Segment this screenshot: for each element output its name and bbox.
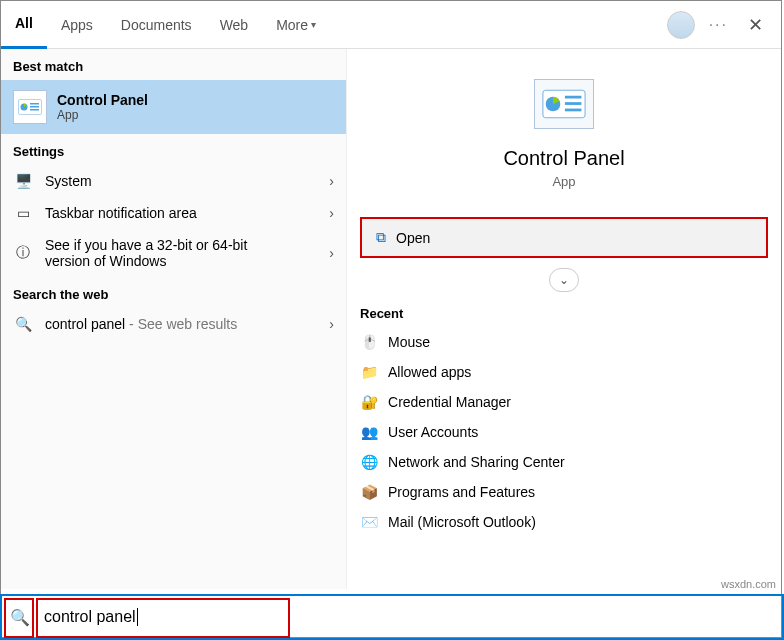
svg-rect-4 [30,109,39,111]
best-match-title: Control Panel [57,92,148,108]
preview-title: Control Panel [503,147,624,170]
search-bar[interactable]: 🔍 control panel [0,594,784,640]
credential-icon: 🔐 [360,393,378,411]
recent-item[interactable]: 🌐Network and Sharing Center [360,447,768,477]
more-options-icon[interactable]: ··· [703,16,734,34]
recent-item[interactable]: ✉️Mail (Microsoft Outlook) [360,507,768,537]
user-avatar[interactable] [667,11,695,39]
settings-heading: Settings [1,134,346,165]
web-query: control panel [45,316,125,332]
tab-documents[interactable]: Documents [107,1,206,49]
svg-rect-2 [30,103,39,105]
search-web-item[interactable]: 🔍 control panel - See web results › [1,308,346,340]
search-icon: 🔍 [10,608,30,627]
svg-rect-8 [565,102,582,105]
settings-item-system[interactable]: 🖥️ System › [1,165,346,197]
svg-rect-7 [565,96,582,99]
watermark: wsxdn.com [721,578,776,590]
expand-icon[interactable]: ⌄ [549,268,579,292]
preview-subtitle: App [552,174,575,189]
recent-item[interactable]: 🖱️Mouse [360,327,768,357]
search-input[interactable]: control panel [44,608,138,627]
recent-item[interactable]: 📦Programs and Features [360,477,768,507]
recent-label: Allowed apps [388,364,471,380]
monitor-icon: 🖥️ [13,173,33,189]
programs-icon: 📦 [360,483,378,501]
control-panel-icon [13,90,47,124]
info-icon: ⓘ [13,244,33,262]
tab-apps[interactable]: Apps [47,1,107,49]
recent-item[interactable]: 👥User Accounts [360,417,768,447]
svg-rect-9 [565,109,582,112]
recent-label: Mouse [388,334,430,350]
search-tabs: All Apps Documents Web More ··· ✕ [1,1,781,49]
network-icon: 🌐 [360,453,378,471]
taskbar-icon: ▭ [13,205,33,221]
open-label: Open [396,230,430,246]
settings-item-label: Taskbar notification area [45,205,197,221]
control-panel-large-icon [534,79,594,129]
tab-all[interactable]: All [1,1,47,49]
settings-item-taskbar[interactable]: ▭ Taskbar notification area › [1,197,346,229]
search-web-heading: Search the web [1,277,346,308]
close-icon[interactable]: ✕ [742,14,769,36]
chevron-right-icon: › [329,205,334,221]
mail-icon: ✉️ [360,513,378,531]
chevron-right-icon: › [329,245,334,261]
chevron-right-icon: › [329,173,334,189]
recent-label: Mail (Microsoft Outlook) [388,514,536,530]
mouse-icon: 🖱️ [360,333,378,351]
recent-label: User Accounts [388,424,478,440]
best-match-subtitle: App [57,108,148,122]
folder-icon: 📁 [360,363,378,381]
preview-pane: Control Panel App ⧉ Open ⌄ Recent 🖱️Mous… [346,49,781,589]
settings-item-label: See if you have a 32-bit or 64-bit versi… [45,237,295,269]
chevron-right-icon: › [329,316,334,332]
recent-label: Programs and Features [388,484,535,500]
recent-label: Credential Manager [388,394,511,410]
recent-label: Network and Sharing Center [388,454,565,470]
recent-item[interactable]: 🔐Credential Manager [360,387,768,417]
open-icon: ⧉ [376,229,386,246]
results-pane: Best match Control Panel App Settings 🖥️… [1,49,346,589]
web-hint: See web results [138,316,238,332]
settings-item-bitness[interactable]: ⓘ See if you have a 32-bit or 64-bit ver… [1,229,346,277]
settings-item-label: System [45,173,92,189]
svg-rect-3 [30,106,39,108]
users-icon: 👥 [360,423,378,441]
recent-heading: Recent [360,306,768,321]
best-match-heading: Best match [1,49,346,80]
best-match-item[interactable]: Control Panel App [1,80,346,134]
tab-web[interactable]: Web [206,1,263,49]
recent-item[interactable]: 📁Allowed apps [360,357,768,387]
tab-more[interactable]: More [262,1,330,49]
search-icon: 🔍 [13,316,33,332]
open-action[interactable]: ⧉ Open [360,217,768,258]
